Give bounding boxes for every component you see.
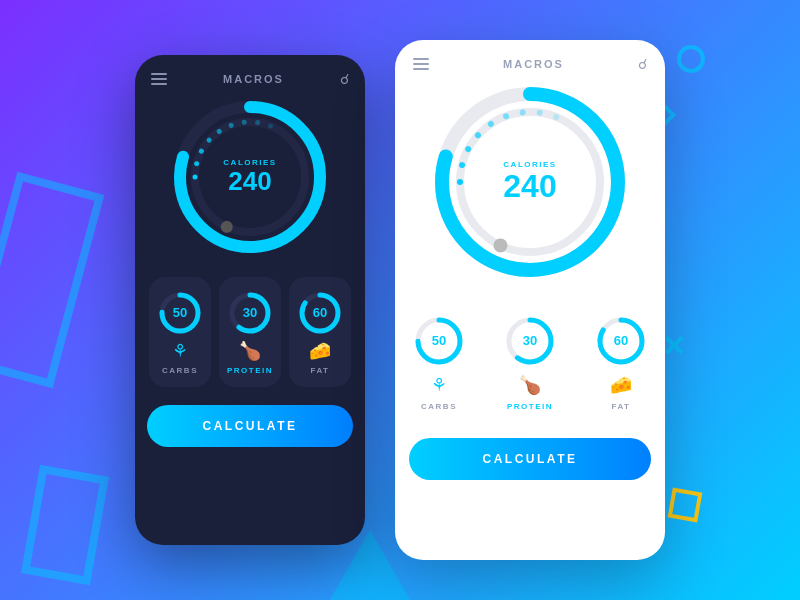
light-card: MACROS ☌ (395, 40, 665, 560)
dark-macro-protein: 30 🍗 PROTEIN (219, 277, 281, 387)
light-donut-wrap: CALORIES 240 (430, 82, 630, 282)
light-main-donut: CALORIES 240 (430, 82, 630, 282)
light-macros-row: 50 ⚘ CARBS 30 🍗 PROTEIN (402, 302, 659, 422)
protein-icon: 🍗 (239, 340, 261, 362)
menu-icon[interactable] (151, 73, 167, 85)
dark-main-donut: CALORIES 240 (170, 97, 330, 257)
light-fat-donut: 60 (594, 314, 648, 368)
light-protein-icon: 🍗 (519, 374, 541, 396)
dark-card-header: MACROS ☌ (147, 71, 353, 87)
dark-carbs-label: CARBS (162, 366, 198, 375)
dark-fat-label: FAT (310, 366, 329, 375)
carbs-icon: ⚘ (172, 340, 188, 362)
light-protein-label: PROTEIN (507, 402, 553, 411)
light-fat-label: FAT (611, 402, 630, 411)
dark-card: MACROS ☌ (135, 55, 365, 545)
light-calculate-button[interactable]: CALCULATE (409, 438, 651, 480)
light-carbs-icon: ⚘ (431, 374, 447, 396)
cards-container: MACROS ☌ (0, 0, 800, 600)
dark-calculate-button[interactable]: CALCULATE (147, 405, 353, 447)
dark-card-title: MACROS (223, 73, 284, 85)
dark-calories-display: CALORIES 240 (223, 158, 276, 196)
light-fat-value: 60 (614, 333, 628, 348)
light-card-header: MACROS ☌ (409, 56, 651, 72)
dark-carbs-value: 50 (173, 305, 187, 320)
light-card-title: MACROS (503, 58, 564, 70)
dark-carbs-donut: 50 (157, 290, 203, 336)
dark-protein-value: 30 (243, 305, 257, 320)
light-fat-icon: 🧀 (610, 374, 632, 396)
dark-macro-carbs: 50 ⚘ CARBS (149, 277, 211, 387)
light-search-icon[interactable]: ☌ (638, 56, 647, 72)
search-icon[interactable]: ☌ (340, 71, 349, 87)
dark-fat-value: 60 (313, 305, 327, 320)
light-macro-carbs: 50 ⚘ CARBS (402, 302, 477, 422)
light-calories-value: 240 (503, 168, 556, 204)
light-macro-fat: 60 🧀 FAT (584, 302, 659, 422)
light-carbs-label: CARBS (421, 402, 457, 411)
dark-fat-donut: 60 (297, 290, 343, 336)
dark-protein-label: PROTEIN (227, 366, 273, 375)
dark-protein-donut: 30 (227, 290, 273, 336)
dark-macros-row: 50 ⚘ CARBS 30 🍗 PROTEIN (149, 277, 351, 387)
light-carbs-donut: 50 (412, 314, 466, 368)
svg-point-3 (193, 175, 198, 180)
light-protein-donut: 30 (503, 314, 557, 368)
fat-icon: 🧀 (309, 340, 331, 362)
dark-donut-wrap: CALORIES 240 (170, 97, 330, 257)
light-calories-display: CALORIES 240 (503, 160, 556, 204)
light-carbs-value: 50 (432, 333, 446, 348)
light-macro-protein: 30 🍗 PROTEIN (493, 302, 568, 422)
svg-point-26 (457, 179, 463, 185)
dark-calories-value: 240 (228, 166, 271, 196)
light-protein-value: 30 (523, 333, 537, 348)
light-menu-icon[interactable] (413, 58, 429, 70)
dark-macro-fat: 60 🧀 FAT (289, 277, 351, 387)
